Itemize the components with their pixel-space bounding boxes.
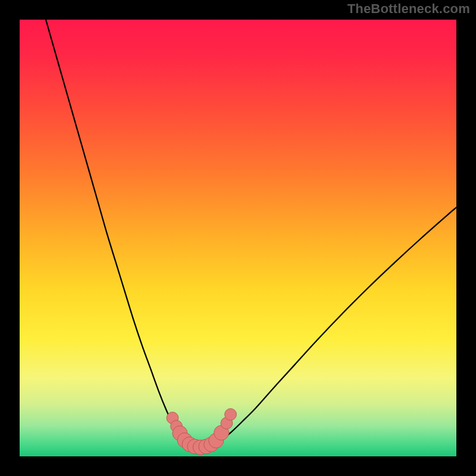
attribution-label: TheBottleneck.com <box>347 1 470 17</box>
chart-stage: { "attribution": "TheBottleneck.com", "c… <box>0 0 476 476</box>
gradient-background <box>20 20 456 456</box>
bottleneck-chart <box>0 0 476 476</box>
valley-marker <box>225 409 237 421</box>
